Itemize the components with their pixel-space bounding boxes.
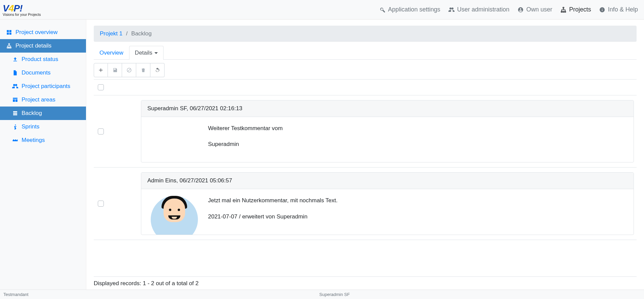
tab-details[interactable]: Details xyxy=(129,46,164,60)
delete-button xyxy=(136,63,150,77)
plus-icon xyxy=(98,67,104,73)
nav-own-user[interactable]: Own user xyxy=(518,6,552,13)
breadcrumb-current: Backlog xyxy=(131,30,151,37)
table-row: Admin Eins, 06/27/2021 05:06:57 xyxy=(94,168,637,240)
sidebar-item-project-areas[interactable]: Project areas xyxy=(0,93,86,107)
table-row: Superadmin SF, 06/27/2021 02:16:13 Weite… xyxy=(94,95,637,168)
save-button xyxy=(108,63,122,77)
sidebar-item-documents[interactable]: Documents xyxy=(0,66,86,80)
info-icon xyxy=(599,7,605,13)
sidebar-item-label: Product status xyxy=(22,56,58,63)
file-icon xyxy=(12,70,18,76)
tab-overview[interactable]: Overview xyxy=(94,46,129,60)
logo[interactable]: V4P! Visions for your Projects xyxy=(1,3,41,17)
breadcrumb: Projekt 1 / Backlog xyxy=(94,26,637,42)
sidebar-item-project-participants[interactable]: Project participants xyxy=(0,80,86,93)
ban-icon xyxy=(126,67,132,73)
comment-card: Admin Eins, 06/27/2021 05:06:57 xyxy=(141,172,634,235)
sidebar-item-label: Sprints xyxy=(22,123,39,130)
comment-header: Superadmin SF, 06/27/2021 02:16:13 xyxy=(141,100,634,117)
tabs: Overview Details xyxy=(94,46,637,60)
sidebar-item-label: Project overview xyxy=(16,29,58,36)
sidebar-item-label: Project areas xyxy=(22,96,55,103)
footer: Testmandant Superadmin SF xyxy=(0,290,644,299)
select-all-checkbox[interactable] xyxy=(98,84,104,90)
nav-application-settings[interactable]: Application settings xyxy=(379,6,440,13)
sidebar-item-project-overview[interactable]: Project overview xyxy=(0,26,86,39)
records-summary: Displayed records: 1 - 2 out of a total … xyxy=(94,276,637,290)
sidebar-item-meetings[interactable]: Meetings xyxy=(0,133,86,147)
refresh-button[interactable] xyxy=(150,63,165,77)
wrench-icon xyxy=(379,7,385,13)
footer-user: Superadmin SF xyxy=(28,292,641,297)
nav-user-administration[interactable]: User administration xyxy=(448,6,509,13)
row-checkbox[interactable] xyxy=(98,128,104,134)
nav-info-help[interactable]: Info & Help xyxy=(599,6,638,13)
comment-body: Jetzt mal ein Nutzerkommentar, mit nochm… xyxy=(208,196,338,228)
sidebar-item-project-details[interactable]: Project details xyxy=(0,39,86,53)
avatar xyxy=(147,196,201,223)
avatar-placeholder xyxy=(147,124,201,144)
cancel-button xyxy=(122,63,136,77)
sidebar-item-label: Project details xyxy=(16,42,52,49)
upload-icon xyxy=(12,56,18,62)
sitemap-icon xyxy=(6,43,12,49)
users-icon xyxy=(12,83,18,89)
add-button[interactable] xyxy=(94,63,108,77)
table-header xyxy=(94,79,637,95)
grid-icon xyxy=(6,29,12,35)
toolbar xyxy=(94,63,637,77)
sidebar: Project overview Project details Product… xyxy=(0,20,86,290)
sidebar-item-sprints[interactable]: Sprints xyxy=(0,120,86,133)
comment-body: Weiterer Testkommentar vom Superadmin xyxy=(208,124,283,155)
sidebar-item-backlog[interactable]: Backlog xyxy=(0,107,86,120)
sidebar-item-label: Project participants xyxy=(22,83,70,90)
breadcrumb-separator: / xyxy=(126,30,128,37)
main-content: Projekt 1 / Backlog Overview Details xyxy=(86,20,644,290)
breadcrumb-project-link[interactable]: Projekt 1 xyxy=(100,30,122,37)
list-icon xyxy=(12,110,18,116)
refresh-icon xyxy=(155,67,160,73)
top-nav: V4P! Visions for your Projects Applicati… xyxy=(0,0,644,20)
trash-icon xyxy=(141,67,146,73)
layout-icon xyxy=(12,97,18,103)
caret-down-icon xyxy=(154,52,158,54)
sidebar-item-label: Meetings xyxy=(22,137,45,144)
comment-header: Admin Eins, 06/27/2021 05:06:57 xyxy=(141,173,634,189)
sidebar-item-label: Backlog xyxy=(22,110,42,117)
running-icon xyxy=(12,124,18,130)
users-icon xyxy=(448,7,455,13)
save-icon xyxy=(112,67,118,73)
handshake-icon xyxy=(12,137,18,143)
footer-tenant: Testmandant xyxy=(3,292,28,297)
sitemap-icon xyxy=(560,7,566,13)
comment-card: Superadmin SF, 06/27/2021 02:16:13 Weite… xyxy=(141,100,634,162)
sidebar-item-label: Documents xyxy=(22,69,51,76)
sidebar-item-product-status[interactable]: Product status xyxy=(0,53,86,66)
nav-projects[interactable]: Projects xyxy=(560,6,591,13)
row-checkbox[interactable] xyxy=(98,201,104,207)
user-circle-icon xyxy=(518,7,524,13)
comments-list[interactable]: Superadmin SF, 06/27/2021 02:16:13 Weite… xyxy=(94,95,637,276)
